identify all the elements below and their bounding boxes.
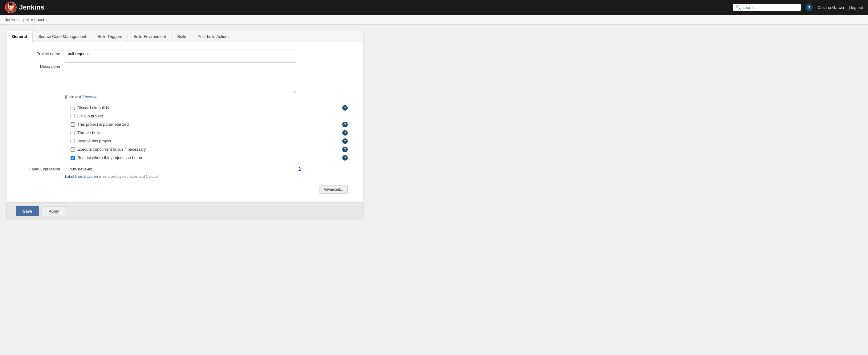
label-expression-input[interactable] [65,165,296,173]
form-area: Project name Description [Plain text] Pr… [6,42,363,202]
header-help-icon[interactable]: ? [806,4,812,11]
advanced-button[interactable]: Advanced... [319,185,348,194]
disable-project-checkbox[interactable] [70,139,75,143]
search-input[interactable] [743,5,798,10]
project-name-label: Project name [16,50,65,56]
label-expression-control: Label linux-slave-eb is serviced by no n… [65,165,296,179]
search-container: 🔍 [733,4,801,11]
github-project-checkbox[interactable] [70,114,75,118]
checkbox-row-disable: Disable this project ? [16,137,354,145]
checkbox-row-concurrent: Execute concurrent builds if necessary ? [16,145,354,153]
jenkins-icon [5,2,17,13]
checkbox-row-parameterized: This project is parameterized ? [16,120,354,128]
checkbox-row-restrict: Restrict where this project can be run ? [16,153,354,162]
disable-project-help-icon[interactable]: ? [342,138,348,144]
description-label: Description [16,62,65,69]
description-row: Description [Plain text] Preview [16,62,354,99]
disable-project-label: Disable this project [77,139,111,143]
logout-link[interactable]: | log out [849,5,863,10]
breadcrumb-arrow-2: › [46,18,48,22]
label-expression-help-icon[interactable]: ? [299,167,301,171]
breadcrumb-arrow-1: › [20,18,22,22]
apply-button[interactable]: Apply [41,206,66,216]
advanced-row: Advanced... [16,183,354,196]
bottom-bar: Save Apply [6,202,363,220]
throttle-builds-help-icon[interactable]: ? [342,130,348,136]
restrict-checkbox[interactable] [70,156,75,160]
concurrent-builds-label: Execute concurrent builds if necessary [77,147,146,152]
svg-rect-5 [8,10,13,11]
discard-builds-help-icon[interactable]: ? [342,105,348,111]
description-control: [Plain text] Preview [65,62,296,99]
throttle-builds-label: Throttle builds [77,130,102,135]
label-link[interactable]: Label linux-slave-eb [65,174,98,179]
checkbox-row-throttle: Throttle builds ? [16,128,354,137]
breadcrumb-project[interactable]: pull-request [23,17,44,22]
plain-text-hint: [Plain text] Preview [65,95,296,99]
logo-text: Jenkins [19,3,44,11]
label-note: Label linux-slave-eb is serviced by no n… [65,174,296,179]
svg-rect-4 [9,3,12,5]
plain-text-label: [Plain text] [65,95,82,99]
tab-build-environment[interactable]: Build Environment [128,31,172,42]
parameterized-label: This project is parameterized [77,122,129,127]
project-name-row: Project name [16,50,354,58]
tab-build-triggers[interactable]: Build Triggers [92,31,128,42]
breadcrumb-home[interactable]: Jenkins [5,17,19,22]
preview-link[interactable]: Preview [83,95,96,99]
concurrent-builds-help-icon[interactable]: ? [342,147,348,152]
label-note-suffix: is serviced by no nodes and 1 cloud [99,174,158,179]
search-icon: 🔍 [736,5,741,10]
parameterized-checkbox[interactable] [70,122,75,127]
main-content: General Source Code Management Build Tri… [0,25,370,227]
discard-builds-checkbox[interactable] [70,106,75,110]
header: Jenkins 🔍 ? Cristina Garcia | log out [0,0,868,15]
parameterized-help-icon[interactable]: ? [342,122,348,127]
tab-post-build-actions[interactable]: Post-build Actions [192,31,235,42]
tabs-bar: General Source Code Management Build Tri… [6,31,363,42]
label-expression-label: Label Expression [16,165,65,171]
breadcrumb: Jenkins › pull-request › [0,15,868,25]
project-name-control [65,50,296,58]
discard-builds-label: Discard old builds [77,106,109,110]
user-name: Cristina Garcia [817,5,844,10]
tab-source-code-management[interactable]: Source Code Management [33,31,92,42]
throttle-builds-checkbox[interactable] [70,131,75,135]
checkbox-row-discard: Discard old builds ? [16,103,354,112]
save-button[interactable]: Save [16,206,39,216]
project-name-input[interactable] [65,50,296,58]
jenkins-logo[interactable]: Jenkins [5,2,44,13]
github-project-label: GitHub project [77,114,103,118]
checkbox-row-github: GitHub project [16,112,354,120]
config-panel: General Source Code Management Build Tri… [6,31,364,220]
description-textarea[interactable] [65,62,296,93]
label-expression-row: Label Expression Label linux-slave-eb is… [16,165,354,179]
restrict-help-icon[interactable]: ? [342,155,348,160]
concurrent-builds-checkbox[interactable] [70,147,75,152]
tab-general[interactable]: General [6,31,33,42]
tab-build[interactable]: Build [172,31,192,42]
restrict-label: Restrict where this project can be run [77,155,144,160]
